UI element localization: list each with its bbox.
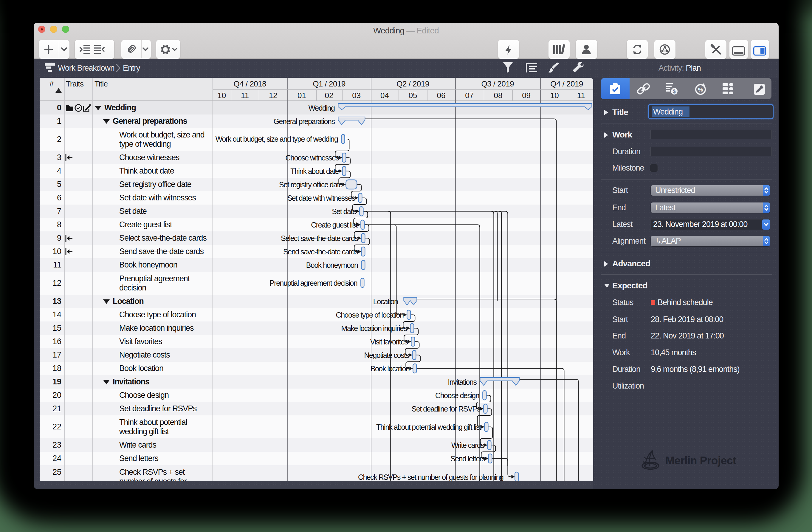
svg-text:Choose witnesses: Choose witnesses: [285, 154, 339, 162]
svg-text:Set deadline for RSVPs: Set deadline for RSVPs: [411, 405, 480, 413]
svg-text:Invitations: Invitations: [448, 378, 477, 386]
svg-text:Think about potential wedding: Think about potential wedding gift list: [376, 423, 481, 431]
svg-text:Set date: Set date: [332, 207, 356, 216]
svg-text:Prenuptial agreement decision: Prenuptial agreement decision: [270, 279, 358, 287]
svg-text:Book honeymoon: Book honeymoon: [306, 261, 358, 269]
svg-text:Select save-the-date cards: Select save-the-date cards: [281, 234, 358, 242]
svg-text:Make location inquiries: Make location inquiries: [341, 324, 407, 332]
svg-text:Send letters: Send letters: [450, 455, 485, 463]
svg-text:Choose type of location: Choose type of location: [336, 311, 403, 319]
svg-text:$: $: [673, 89, 676, 94]
svg-text:Create guest list: Create guest list: [311, 221, 358, 229]
svg-text:Think about date: Think about date: [290, 167, 339, 175]
svg-text:Write cards: Write cards: [451, 441, 484, 449]
svg-text:Choose design: Choose design: [435, 391, 479, 400]
svg-text:Check RSVPs + set number of gu: Check RSVPs + set number of guests for p…: [358, 473, 504, 481]
svg-text:Work out budget, size and type: Work out budget, size and type of weddin…: [215, 135, 338, 143]
svg-text:Location: Location: [373, 297, 398, 306]
svg-text:Visit favorites: Visit favorites: [370, 337, 408, 346]
svg-text:%: %: [698, 86, 703, 93]
svg-text:Send save-the-date cards: Send save-the-date cards: [283, 247, 358, 256]
svg-text:General preparations: General preparations: [273, 117, 335, 126]
svg-text:Set registry office date: Set registry office date: [279, 181, 343, 189]
svg-text:Book location: Book location: [370, 364, 409, 373]
svg-text:Negotiate costs: Negotiate costs: [364, 351, 409, 359]
svg-text:Set date with witnesses: Set date with witnesses: [287, 194, 355, 202]
svg-text:Wedding: Wedding: [308, 104, 334, 112]
